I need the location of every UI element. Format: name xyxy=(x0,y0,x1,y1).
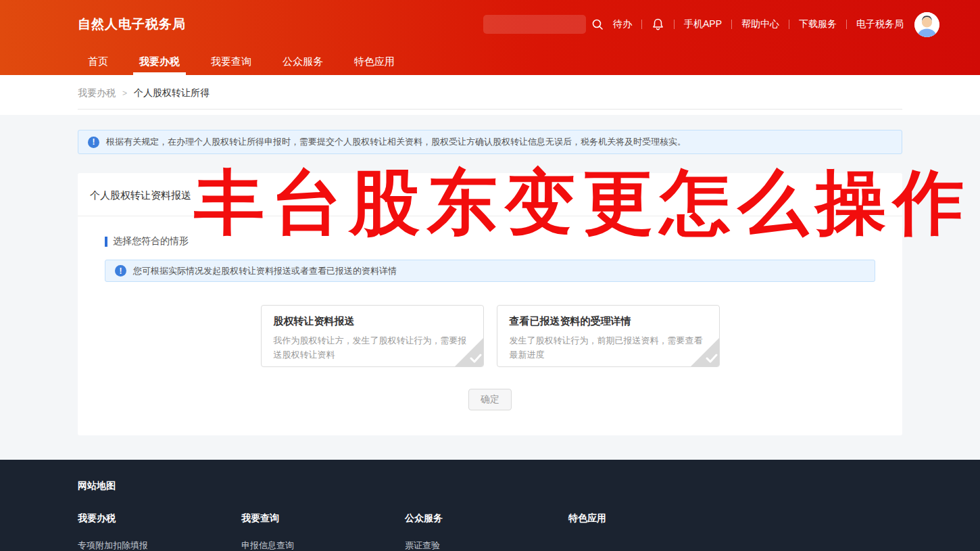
footer-col-public-service: 公众服务 票证查验 xyxy=(405,512,568,551)
notice-text: 根据有关规定，在办理个人股权转让所得申报时，需要提交个人股权转让相关资料，股权受… xyxy=(106,136,686,148)
option-card-view-progress[interactable]: 查看已报送资料的受理详情 发生了股权转让行为，前期已报送资料，需要查看最新进度 xyxy=(497,305,720,367)
confirm-button[interactable]: 确定 xyxy=(468,389,512,410)
info-icon: ! xyxy=(115,265,126,277)
mobile-app-link[interactable]: 手机APP xyxy=(684,18,722,30)
option-title: 股权转让资料报送 xyxy=(274,315,471,328)
section-header: 选择您符合的情形 xyxy=(105,235,902,247)
inner-notice-banner: ! 您可根据实际情况发起股权转让资料报送或者查看已报送的资料详情 xyxy=(105,260,875,282)
card-title: 个人股权转让资料报送 xyxy=(78,173,902,202)
check-icon xyxy=(470,354,482,366)
user-avatar[interactable] xyxy=(914,12,939,37)
divider xyxy=(789,20,789,29)
download-service-link[interactable]: 下载服务 xyxy=(799,18,837,30)
section-title: 选择您符合的情形 xyxy=(113,235,189,247)
footer-columns: 我要办税 专项附加扣除填报 我要查询 申报信息查询 公众服务 票证查验 特色应用 xyxy=(78,512,902,551)
footer-col-query: 我要查询 申报信息查询 xyxy=(241,512,405,551)
top-notice-banner: ! 根据有关规定，在办理个人股权转让所得申报时，需要提交个人股权转让相关资料，股… xyxy=(78,130,902,154)
divider xyxy=(674,20,675,29)
breadcrumb-separator-icon: > xyxy=(122,89,127,98)
check-icon xyxy=(706,354,718,366)
option-title: 查看已报送资料的受理详情 xyxy=(510,315,707,328)
search-icon[interactable] xyxy=(591,18,604,30)
header: 自然人电子税务局 待办 手机APP xyxy=(0,0,980,75)
divider xyxy=(78,216,902,216)
section-accent-bar xyxy=(105,237,107,247)
sitemap-title: 网站地图 xyxy=(78,480,902,492)
main-nav: 首页 我要办税 我要查询 公众服务 特色应用 xyxy=(0,49,980,75)
option-description: 发生了股权转让行为，前期已报送资料，需要查看最新进度 xyxy=(510,333,707,362)
divider xyxy=(731,20,732,29)
nav-query[interactable]: 我要查询 xyxy=(201,49,262,75)
page: 自然人电子税务局 待办 手机APP xyxy=(0,0,980,551)
footer-col-featured-apps: 特色应用 xyxy=(568,512,732,551)
divider xyxy=(641,20,642,29)
bell-icon[interactable] xyxy=(652,18,664,31)
footer: 网站地图 我要办税 专项附加扣除填报 我要查询 申报信息查询 公众服务 票证查验… xyxy=(0,460,980,551)
report-card: 个人股权转让资料报送 选择您符合的情形 ! 您可根据实际情况发起股权转让资料报送… xyxy=(78,173,902,435)
option-card-submit-materials[interactable]: 股权转让资料报送 我作为股权转让方，发生了股权转让行为，需要报送股权转让资料 xyxy=(261,305,484,367)
divider xyxy=(846,20,847,29)
footer-col-tax-handling: 我要办税 专项附加扣除填报 xyxy=(78,512,241,551)
header-top: 自然人电子税务局 待办 手机APP xyxy=(0,0,980,49)
header-right: 待办 手机APP 帮助中心 下载服务 电子税务局 xyxy=(483,12,939,37)
footer-link[interactable]: 专项附加扣除填报 xyxy=(78,540,241,551)
footer-link[interactable]: 申报信息查询 xyxy=(241,540,405,551)
breadcrumb-current: 个人股权转让所得 xyxy=(134,87,210,99)
search-input[interactable] xyxy=(483,15,586,34)
info-icon: ! xyxy=(88,137,99,148)
inner-notice-text: 您可根据实际情况发起股权转让资料报送或者查看已报送的资料详情 xyxy=(133,265,397,277)
breadcrumb-parent[interactable]: 我要办税 xyxy=(78,87,116,99)
option-description: 我作为股权转让方，发生了股权转让行为，需要报送股权转让资料 xyxy=(274,333,471,362)
divider xyxy=(78,109,902,110)
breadcrumb-section: 我要办税 > 个人股权转让所得 xyxy=(0,75,980,115)
nav-public-service[interactable]: 公众服务 xyxy=(272,49,333,75)
footer-link[interactable]: 票证查验 xyxy=(405,540,568,551)
etax-bureau-link[interactable]: 电子税务局 xyxy=(856,18,904,30)
help-center-link[interactable]: 帮助中心 xyxy=(741,18,779,30)
option-list: 股权转让资料报送 我作为股权转让方，发生了股权转让行为，需要报送股权转让资料 查… xyxy=(78,305,902,367)
main-content: ! 根据有关规定，在办理个人股权转让所得申报时，需要提交个人股权转让相关资料，股… xyxy=(0,115,980,460)
confirm-row: 确定 xyxy=(78,389,902,410)
todo-link[interactable]: 待办 xyxy=(613,18,632,30)
site-logo: 自然人电子税务局 xyxy=(78,16,186,33)
nav-tax-handling[interactable]: 我要办税 xyxy=(129,49,190,75)
breadcrumb: 我要办税 > 个人股权转让所得 xyxy=(78,87,902,99)
nav-home[interactable]: 首页 xyxy=(78,49,118,75)
nav-featured-apps[interactable]: 特色应用 xyxy=(344,49,405,75)
